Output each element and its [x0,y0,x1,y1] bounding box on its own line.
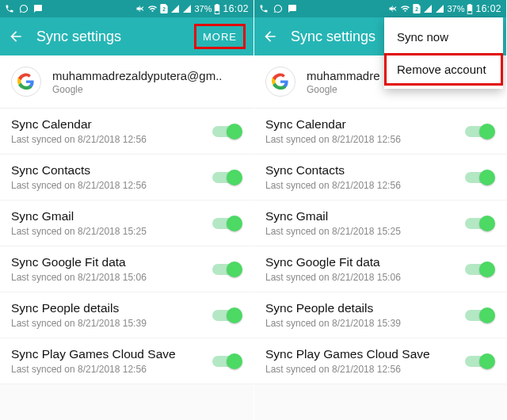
sync-toggle[interactable] [462,306,495,325]
sync-title: Sync Gmail [265,209,462,223]
sync-title: Sync Gmail [11,209,209,223]
sync-sub: Last synced on 8/21/2018 12:56 [11,180,209,191]
sync-sub: Last synced on 8/21/2018 15:39 [11,318,209,329]
sync-item[interactable]: Sync CalendarLast synced on 8/21/2018 12… [0,109,254,155]
menu-remove-account[interactable]: Remove account [384,53,503,86]
sync-toggle[interactable] [462,260,495,279]
sync-sub: Last synced on 8/21/2018 15:39 [265,318,462,329]
sim2-icon: 2 [413,4,421,13]
sync-item[interactable]: Sync Play Games Cloud SaveLast synced on… [0,338,254,384]
message-icon [33,4,43,13]
sync-title: Sync Play Games Cloud Save [11,347,209,361]
sync-sub: Last synced on 8/21/2018 12:56 [265,134,462,145]
battery-icon [467,4,473,14]
sync-item[interactable]: Sync ContactsLast synced on 8/21/2018 12… [254,155,506,200]
more-button[interactable]: MORE [194,24,246,49]
account-provider: Google [52,84,222,95]
signal-icon [170,4,180,13]
battery-percent: 37% [447,4,464,13]
sync-toggle[interactable] [209,122,242,141]
mute-icon [388,4,398,13]
battery-percent: 37% [194,4,212,13]
sync-item[interactable]: Sync GmailLast synced on 8/21/2018 15:25 [0,200,254,246]
screenshot-right: 2 37% 16:02 Sync settings Sync now Remov… [254,0,506,420]
signal-icon-2 [182,4,192,13]
account-email: muhammadre [307,69,380,82]
svg-text:2: 2 [416,6,419,12]
sync-item[interactable]: Sync Google Fit dataLast synced on 8/21/… [254,246,506,292]
sync-item[interactable]: Sync Play Games Cloud SaveLast synced on… [254,338,506,384]
sync-toggle[interactable] [462,352,495,371]
account-provider: Google [307,84,380,95]
sync-list: Sync CalendarLast synced on 8/21/2018 12… [0,109,254,384]
sync-title: Sync Google Fit data [11,255,209,269]
sync-item[interactable]: Sync GmailLast synced on 8/21/2018 15:25 [254,200,506,246]
whatsapp-icon [19,4,29,13]
sync-sub: Last synced on 8/21/2018 12:56 [265,180,462,191]
app-bar: Sync settings MORE [0,17,254,55]
google-icon [265,67,295,97]
clock: 16:02 [475,3,501,14]
sync-toggle[interactable] [209,306,242,325]
status-bar: 2 37% 16:02 [0,0,254,17]
sync-item[interactable]: Sync ContactsLast synced on 8/21/2018 12… [0,155,254,200]
sync-title: Sync Calendar [11,117,209,132]
status-bar: 2 37% 16:02 [254,0,506,17]
sync-item[interactable]: Sync CalendarLast synced on 8/21/2018 12… [254,109,506,155]
whatsapp-icon [273,4,283,13]
sim2-icon: 2 [160,4,168,13]
phone-icon [5,4,14,13]
sync-sub: Last synced on 8/21/2018 12:56 [11,134,209,145]
sync-sub: Last synced on 8/21/2018 12:56 [11,364,209,375]
sync-toggle[interactable] [209,260,242,279]
clock: 16:02 [223,3,249,14]
sync-item[interactable]: Sync Google Fit dataLast synced on 8/21/… [0,246,254,292]
sync-title: Sync Google Fit data [265,255,462,269]
account-email: muhammadrezaldyputera@gm.. [52,69,222,82]
google-icon [11,67,41,97]
signal-icon [423,4,433,13]
account-row[interactable]: muhammadrezaldyputera@gm.. Google [0,55,254,108]
mute-icon [135,4,145,13]
page-title: Sync settings [36,29,194,45]
sync-item[interactable]: Sync People detailsLast synced on 8/21/2… [0,292,254,338]
sync-title: Sync Play Games Cloud Save [265,347,462,361]
sync-title: Sync Calendar [265,117,462,132]
back-button[interactable] [262,29,278,44]
sync-item[interactable]: Sync People detailsLast synced on 8/21/2… [254,292,506,338]
battery-icon [214,4,220,14]
sync-toggle[interactable] [209,352,242,371]
sync-sub: Last synced on 8/21/2018 15:25 [11,226,209,237]
sync-toggle[interactable] [462,168,495,187]
sync-sub: Last synced on 8/21/2018 15:25 [265,226,462,237]
back-button[interactable] [8,29,24,44]
overflow-menu: Sync now Remove account [384,17,503,89]
sync-list: Sync CalendarLast synced on 8/21/2018 12… [254,109,506,384]
sync-toggle[interactable] [209,168,242,187]
signal-icon-2 [435,4,444,13]
svg-text:2: 2 [163,6,166,12]
message-icon [288,4,297,13]
sync-toggle[interactable] [209,214,242,233]
phone-icon [259,4,269,13]
sync-title: Sync Contacts [265,163,462,178]
menu-sync-now[interactable]: Sync now [384,21,503,53]
sync-sub: Last synced on 8/21/2018 15:06 [265,272,462,283]
sync-title: Sync Contacts [11,163,209,178]
sync-sub: Last synced on 8/21/2018 12:56 [265,364,462,375]
wifi-icon [147,4,158,13]
sync-sub: Last synced on 8/21/2018 15:06 [11,272,209,283]
sync-title: Sync People details [265,301,462,315]
screenshot-left: 2 37% 16:02 Sync settings MORE muhammadr… [0,0,254,420]
sync-toggle[interactable] [462,214,495,233]
sync-toggle[interactable] [462,122,495,141]
sync-title: Sync People details [11,301,209,315]
wifi-icon [400,4,410,13]
